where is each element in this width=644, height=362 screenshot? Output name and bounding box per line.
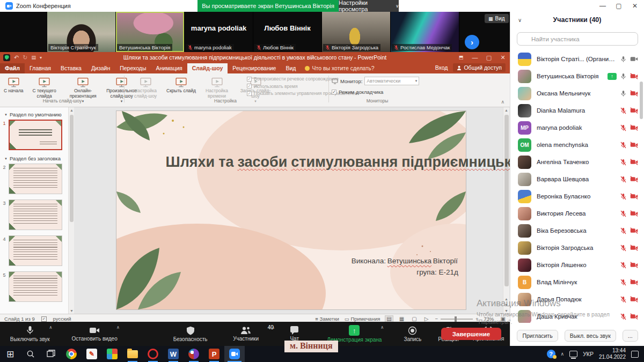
ribbon-tab[interactable]: Вставка	[56, 63, 86, 73]
slide-thumbnail[interactable]	[9, 164, 62, 194]
participant-row[interactable]: Вероніка Булаєнко ↑	[510, 188, 644, 205]
maximize-button[interactable]: ▢	[611, 0, 627, 12]
taskbar-notes-icon[interactable]: ✎	[82, 346, 102, 362]
slide-canvas[interactable]: Шляхитазасобистимулюванняпідприємницької…	[116, 111, 466, 309]
thumbnails-scrollbar[interactable]: ▲▼	[68, 107, 74, 314]
taskbar-chrome-icon[interactable]	[61, 346, 82, 362]
minimize-button[interactable]: —	[595, 0, 611, 12]
reading-view-icon[interactable]: ▢	[411, 316, 418, 322]
ribbon-tab[interactable]: Главная	[25, 63, 56, 73]
next-slide-button[interactable]: ▼	[503, 302, 509, 308]
participant-row[interactable]: Віка Березовська ↑	[510, 222, 644, 239]
participant-row[interactable]: OM olena menchynska ↑	[510, 136, 644, 153]
start-button[interactable]: ⊞	[0, 346, 20, 362]
tell-me-box[interactable]: Что вы хотите сделать?	[305, 65, 374, 73]
video-tile[interactable]: Вікторія Стратійчук Вікторія Стратійчук	[47, 12, 116, 52]
ribbon-tab[interactable]: Дизайн	[86, 63, 115, 73]
view-settings-button[interactable]: Настройки просмотра∨	[339, 0, 399, 12]
previous-slide-button[interactable]: ▲	[503, 296, 509, 302]
participant-row[interactable]: Варвара Шевцова ↑	[510, 171, 644, 188]
slide-thumbnail[interactable]	[9, 200, 62, 230]
ribbon-button[interactable]: Настройка времени ▾	[197, 75, 236, 100]
close-button[interactable]: ✕	[627, 0, 643, 12]
participants-button[interactable]: Участники 40 ∧	[220, 322, 272, 346]
share-options-caret[interactable]: ∧	[380, 325, 384, 330]
comments-toggle[interactable]: ▭ Примечания	[345, 316, 380, 322]
ribbon-tab[interactable]: Анимация	[151, 63, 187, 73]
panel-chevron-icon[interactable]: ∨	[518, 17, 522, 23]
participant-row[interactable]: Ангеліна Ткаченко ↑	[510, 153, 644, 171]
ribbon-tab[interactable]: Переходы	[115, 63, 151, 73]
zoom-level[interactable]: 73%	[484, 316, 494, 322]
sign-in-link[interactable]: Вход	[435, 64, 448, 71]
section-header[interactable]: ▼Раздел без заголовка	[4, 156, 68, 161]
network-tray-icon[interactable]	[569, 351, 577, 357]
language-indicator[interactable]: русский	[53, 316, 71, 322]
task-view-button[interactable]	[41, 346, 61, 362]
clock[interactable]: 13:4421.04.2022	[599, 348, 626, 361]
ribbon-tab[interactable]: Рецензирование	[228, 63, 281, 73]
ribbon-tab[interactable]: Вид	[281, 63, 301, 73]
next-videos-button[interactable]: ›	[465, 35, 479, 49]
spellcheck-icon[interactable]: ✓	[41, 316, 47, 322]
taskbar-explorer-icon[interactable]	[122, 346, 143, 362]
video-tile[interactable]: Вікторія Загродська Вікторія Загродська	[322, 12, 391, 52]
ribbon-button[interactable]: С текущего слайда ▾	[25, 75, 64, 100]
ppt-close-button[interactable]: ✕	[496, 52, 510, 63]
record-button[interactable]: Запись	[396, 322, 430, 346]
mute-all-button[interactable]: Выкл. весь звук	[565, 330, 616, 342]
participant-row[interactable]: Виктория Лесева ↑	[510, 205, 644, 222]
ribbon-button[interactable]: Скрыть слайд ▾	[165, 75, 197, 95]
participant-row[interactable]: Вікторія Загродська ↑	[510, 239, 644, 256]
presenter-mode-checkbox[interactable]: ✓Режим докладчика	[332, 89, 419, 95]
participants-caret[interactable]: ∧	[272, 325, 275, 330]
ribbon-tab[interactable]: Файл	[0, 63, 25, 73]
video-tile[interactable]: Ростислав Медончак Ростислав Медончак	[391, 12, 459, 52]
notifications-icon[interactable]	[631, 351, 639, 358]
slide-thumbnail[interactable]	[9, 235, 62, 266]
ribbon-options-icon[interactable]: ⬒	[454, 52, 468, 63]
taskbar-opera-icon[interactable]	[143, 346, 163, 362]
participant-row[interactable]: Оксана Мельничук ↑	[510, 85, 644, 102]
security-button[interactable]: Безопасность	[165, 322, 216, 346]
mute-options-caret[interactable]: ∧	[49, 325, 53, 330]
view-layout-button[interactable]: ▦Вид	[485, 14, 509, 23]
end-meeting-button[interactable]: Завершение	[441, 328, 501, 340]
taskbar-browser-icon[interactable]	[184, 346, 204, 362]
more-options-button[interactable]: ...	[623, 330, 638, 342]
invite-button[interactable]: Пригласить	[517, 330, 558, 342]
participant-row[interactable]: Дарья Попадюк ↑	[510, 291, 644, 308]
share-access-button[interactable]: Общий доступ	[453, 63, 506, 72]
participant-row[interactable]: Даша Кривчак ↑	[510, 308, 644, 323]
slide-thumbnail[interactable]	[9, 271, 62, 302]
language-indicator[interactable]: УКР	[583, 351, 594, 357]
participant-row[interactable]: В Влад Мілінчук ↑	[510, 274, 644, 291]
help-tray-icon[interactable]: ?	[547, 350, 555, 358]
slide-scrollbar[interactable]: ▲ ▲ ▼ ▼	[503, 107, 509, 314]
taskbar-zoom-icon[interactable]	[224, 346, 245, 362]
taskbar-powerpoint-icon[interactable]: P	[204, 346, 224, 362]
ppt-minimize-button[interactable]: —	[468, 52, 482, 63]
search-participant-input[interactable]	[517, 32, 638, 46]
mute-button[interactable]: Выключить звук∧	[0, 322, 60, 346]
participant-row[interactable]: Ветушинська Вікторія ↑	[510, 68, 644, 85]
notes-toggle[interactable]: ≡ Заметки	[315, 316, 339, 322]
taskbar-word-icon[interactable]: W	[163, 346, 184, 362]
video-tile[interactable]: maryna podoliak maryna podoliak	[185, 12, 253, 52]
participant-row[interactable]: Вікторія Ляшенко ↑	[510, 256, 644, 274]
ribbon-button[interactable]: Настройка слайд-шоу ▾	[126, 75, 165, 100]
stop-video-button[interactable]: Остановить видео∧	[60, 322, 129, 346]
tray-expand-icon[interactable]: ∧	[561, 351, 565, 357]
normal-view-icon[interactable]: ▤	[385, 316, 392, 322]
video-options-caret[interactable]: ∧	[116, 325, 120, 330]
participant-row[interactable]: MP maryna podoliak ↑	[510, 119, 644, 136]
zoom-slider[interactable]: −+	[435, 316, 478, 322]
slideshow-view-icon[interactable]: ▷	[423, 316, 430, 322]
participant-row[interactable]: Вікторія Страті... (Организатор, я) ↑	[510, 50, 644, 68]
participant-row[interactable]: Dianka Malamura ↑	[510, 102, 644, 119]
slide-sorter-icon[interactable]: ▦	[398, 316, 405, 322]
section-header[interactable]: ▼Раздел по умолчанию	[4, 112, 68, 117]
ribbon-button[interactable]: С начала ▾	[2, 75, 25, 95]
taskbar-search-button[interactable]	[20, 346, 41, 362]
ppt-restore-button[interactable]: ▢	[482, 52, 496, 63]
